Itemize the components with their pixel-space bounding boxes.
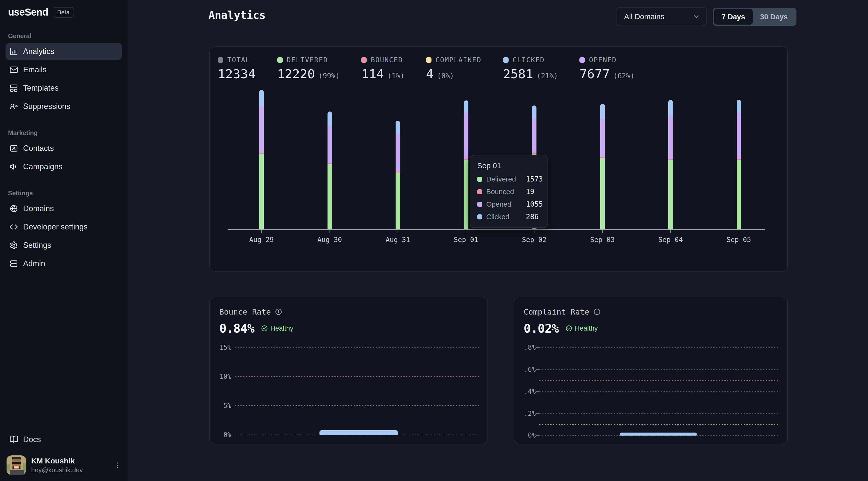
stat-color-dot — [218, 57, 223, 63]
range-option-30-days[interactable]: 30 Days — [753, 9, 796, 25]
sidebar-item-suppressions[interactable]: Suppressions — [5, 98, 122, 115]
stat-percent: (1%) — [388, 72, 404, 80]
complaint-rate-value: 0.02% — [524, 321, 559, 335]
bar-segment-opened — [737, 113, 741, 159]
tooltip-row: Clicked286 — [477, 213, 540, 221]
sidebar-item-campaigns[interactable]: Campaigns — [5, 158, 122, 175]
page-title: Analytics — [209, 9, 266, 21]
stat-value-row: 7677(62%) — [580, 67, 634, 81]
x-axis-tick — [330, 230, 330, 233]
stacked-bar-aug-29[interactable] — [259, 90, 264, 229]
stacked-bar-sep-05[interactable] — [737, 100, 741, 229]
gridline-5pct — [235, 406, 480, 406]
gridline-6pct — [539, 369, 780, 370]
bounce-rate-value: 0.84% — [219, 321, 254, 335]
x-axis-tick — [670, 230, 671, 233]
stacked-bar-aug-31[interactable] — [396, 121, 400, 229]
stat-value: 2581 — [503, 67, 533, 81]
stat-value: 7677 — [580, 67, 610, 81]
sidebar-item-admin[interactable]: Admin — [5, 255, 122, 272]
bar-segment-delivered — [737, 160, 741, 229]
bar-segment-clicked — [600, 104, 605, 119]
sidebar-item-label: Suppressions — [23, 102, 70, 111]
gridline-2pct — [539, 413, 780, 414]
ytick-label: 0% — [215, 431, 231, 439]
gridline-15pct — [235, 347, 480, 348]
sidebar-item-developer-settings[interactable]: Developer settings — [5, 219, 122, 235]
stat-color-dot — [361, 57, 367, 63]
stat-value-row: 4(0%) — [426, 67, 482, 81]
user-info: KM Koushik hey@koushik.dev — [31, 457, 114, 474]
stat-label: TOTAL — [227, 56, 250, 64]
stat-percent: (99%) — [318, 72, 340, 80]
tooltip-row: Bounced19 — [477, 188, 540, 196]
bounce-rate-value-row: 0.84% Healthy — [219, 321, 293, 335]
sidebar-item-templates[interactable]: Templates — [5, 80, 122, 96]
stats-row: TOTAL12334DELIVERED12220(99%)BOUNCED114(… — [218, 56, 634, 81]
tooltip-swatch — [477, 189, 482, 194]
tooltip-swatch — [477, 177, 482, 182]
sidebar-section-label: General — [8, 32, 122, 40]
tooltip-value: 1573 — [526, 175, 543, 183]
user-menu[interactable]: KM Koushik hey@koushik.dev — [5, 455, 122, 475]
x-axis — [228, 229, 765, 230]
x-axis-label: Sep 04 — [658, 236, 683, 244]
tooltip-swatch — [477, 214, 482, 219]
stat-label: DELIVERED — [287, 56, 328, 64]
bar-segment-clicked — [737, 100, 741, 113]
stacked-bar-sep-01[interactable] — [464, 100, 468, 229]
domain-select[interactable]: All Domains — [617, 7, 707, 26]
more-vertical-icon[interactable] — [114, 460, 121, 471]
sidebar-item-label: Analytics — [23, 47, 54, 56]
user-email: hey@koushik.dev — [31, 466, 114, 474]
bar-segment-delivered — [328, 164, 332, 229]
info-icon[interactable] — [275, 308, 282, 316]
sidebar-item-docs[interactable]: Docs — [5, 431, 122, 448]
megaphone-icon — [9, 162, 18, 171]
docs-label: Docs — [23, 435, 41, 444]
stacked-bar-sep-04[interactable] — [668, 100, 673, 229]
complaint-rate-bar[interactable] — [620, 432, 697, 436]
bar-segment-delivered — [668, 160, 673, 229]
sidebar-item-domains[interactable]: Domains — [5, 200, 122, 217]
tooltip-label: Bounced — [486, 188, 526, 196]
tooltip-value: 286 — [526, 213, 539, 221]
sidebar-item-label: Admin — [23, 259, 45, 268]
bar-segment-delivered — [259, 154, 264, 229]
bounce-rate-status: Healthy — [271, 325, 293, 332]
stat-label: OPENED — [589, 56, 617, 64]
tooltip-row: Opened1055 — [477, 200, 540, 209]
logo-row: useSend Beta — [5, 6, 122, 18]
range-toggle: 7 Days30 Days — [713, 8, 797, 26]
gridline-10pct — [235, 376, 480, 377]
bounce-rate-header: Bounce Rate — [219, 307, 282, 316]
stat-percent: (62%) — [613, 72, 634, 80]
stat-value: 12334 — [218, 67, 256, 81]
code-icon — [9, 223, 18, 231]
complaint-rate-title: Complaint Rate — [524, 307, 589, 316]
globe-icon — [9, 204, 18, 213]
x-axis-label: Sep 02 — [522, 236, 547, 244]
stacked-bar-aug-30[interactable] — [328, 111, 332, 229]
stat-complained: COMPLAINED4(0%) — [426, 56, 482, 81]
sidebar-item-contacts[interactable]: Contacts — [5, 140, 122, 157]
range-option-7-days[interactable]: 7 Days — [714, 9, 753, 25]
gear-icon — [9, 241, 18, 250]
complaint-rate-value-row: 0.02% Healthy — [524, 321, 598, 335]
sidebar-section-label: Settings — [8, 190, 122, 197]
info-icon[interactable] — [593, 308, 601, 316]
sidebar-item-settings[interactable]: Settings — [5, 237, 122, 254]
sidebar-footer: Docs — [5, 431, 122, 475]
stacked-bar-sep-03[interactable] — [600, 104, 605, 229]
sidebar-item-emails[interactable]: Emails — [5, 62, 122, 78]
stat-bounced: BOUNCED114(1%) — [361, 56, 404, 81]
bounce-rate-title: Bounce Rate — [219, 307, 271, 316]
bar-segment-opened — [328, 126, 332, 163]
chart-tooltip: Sep 01 Delivered1573Bounced19Opened1055C… — [470, 155, 548, 228]
sidebar-item-label: Domains — [23, 204, 54, 213]
sidebar-item-analytics[interactable]: Analytics — [5, 43, 122, 60]
bounce-rate-bar[interactable] — [319, 430, 398, 435]
tooltip-swatch — [477, 202, 482, 207]
ytick-label: .4% — [519, 388, 536, 395]
bar-segment-delivered — [396, 172, 400, 229]
